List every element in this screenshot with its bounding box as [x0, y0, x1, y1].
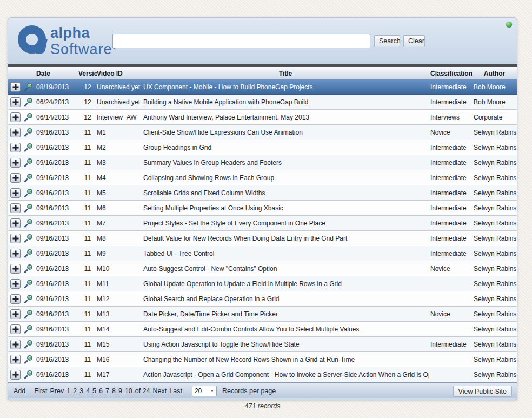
table-row[interactable]: 09/16/201311M16Changing the Number of Ne… [8, 352, 517, 367]
column-header-classification[interactable]: Classification [429, 70, 472, 77]
table-row[interactable]: 06/14/201312Interview_AWAnthony Ward Int… [8, 110, 517, 125]
table-row[interactable]: 08/19/201312Unarchived yetUX Component -… [8, 79, 517, 95]
zoom-record-icon[interactable] [24, 158, 33, 167]
zoom-record-icon[interactable] [24, 143, 33, 152]
row-title: Scrollable Grids and Fixed Column Widths [142, 189, 429, 197]
zoom-record-icon[interactable] [24, 174, 33, 182]
logo-line1: alpha [50, 26, 117, 40]
column-header-video-id[interactable]: Video ID [97, 70, 142, 77]
expand-row-button[interactable] [10, 82, 21, 92]
table-row[interactable]: 09/16/201311M5Scrollable Grids and Fixed… [8, 185, 517, 201]
table-row[interactable]: 06/24/201312Unarchived yetBuilding a Nat… [8, 95, 517, 110]
zoom-record-icon[interactable] [24, 370, 33, 379]
expand-row-button[interactable] [10, 158, 21, 168]
expand-row-button[interactable] [10, 279, 21, 289]
page-link[interactable]: 6 [99, 387, 103, 395]
page-link[interactable]: 10 [125, 387, 132, 395]
page-link[interactable]: 8 [112, 387, 116, 395]
row-date: 06/24/2013 [35, 98, 78, 106]
expand-row-button[interactable] [10, 234, 21, 243]
row-version: 11 [78, 129, 97, 136]
expand-row-button[interactable] [10, 128, 21, 137]
page-link[interactable]: 4 [86, 387, 90, 395]
add-record-link[interactable]: Add [14, 387, 25, 395]
table-row[interactable]: 09/16/201311M14Auto-Suggest and Edit-Com… [8, 322, 517, 337]
pagination-next[interactable]: Next [153, 387, 167, 395]
table-row[interactable]: 09/16/201311M8Default Value for New Reco… [8, 231, 517, 246]
expand-row-button[interactable] [10, 264, 21, 274]
zoom-record-icon[interactable] [24, 264, 33, 273]
table-row[interactable]: 09/16/201311M13Date Picker, Date/Time Pi… [8, 307, 517, 322]
row-title: Changing the Number of New Record Rows S… [142, 356, 429, 363]
table-row[interactable]: 09/16/201311M15Using Action Javascript t… [8, 337, 517, 352]
zoom-record-icon[interactable] [24, 204, 33, 213]
column-header-version[interactable]: Version [78, 70, 97, 77]
column-header-title[interactable]: Title [142, 70, 429, 77]
zoom-record-icon[interactable] [24, 280, 33, 288]
zoom-record-icon[interactable] [24, 128, 33, 137]
table-row[interactable]: 09/16/201311M17Action Javascript - Open … [8, 367, 517, 382]
page-link[interactable]: 7 [105, 387, 109, 395]
table-row[interactable]: 09/16/201311M2Group Headings in GridInte… [8, 140, 517, 155]
zoom-record-icon[interactable] [24, 310, 33, 319]
column-header-author[interactable]: Author [472, 70, 517, 77]
zoom-record-icon[interactable] [24, 234, 33, 243]
row-classification: Intermediate [429, 159, 472, 167]
page-size-select[interactable]: 20 ▼ [192, 386, 217, 396]
pagination-last[interactable]: Last [169, 387, 182, 395]
expand-row-button[interactable] [10, 294, 21, 304]
table-row[interactable]: 09/16/201311M9Tabbed UI - Tree ControlIn… [8, 246, 517, 261]
expand-row-button[interactable] [10, 188, 21, 198]
row-title: Client-Side Show/Hide Expressions Can Us… [142, 129, 429, 136]
search-input[interactable] [112, 34, 370, 48]
zoom-record-icon[interactable] [24, 219, 33, 228]
zoom-record-icon[interactable] [24, 98, 33, 107]
table-row[interactable]: 09/16/201311M6Setting Multiple Propertie… [8, 201, 517, 216]
page-link[interactable]: 5 [92, 387, 96, 395]
expand-row-button[interactable] [10, 173, 21, 183]
expand-row-button[interactable] [10, 370, 21, 380]
table-row[interactable]: 09/16/201311M10Auto-Suggest Control - Ne… [8, 261, 517, 276]
row-author: Selwyn Rabins [472, 144, 517, 151]
table-row[interactable]: 09/16/201311M7Project Styles - Set the S… [8, 216, 517, 231]
expand-row-button[interactable] [10, 112, 21, 122]
row-version: 11 [78, 174, 97, 182]
column-header-date[interactable]: Date [35, 70, 78, 77]
table-row[interactable]: 09/16/201311M4Collapsing and Showing Row… [8, 170, 517, 185]
table-row[interactable]: 09/16/201311M11Global Update Operation t… [8, 276, 517, 291]
zoom-record-icon[interactable] [24, 83, 33, 91]
zoom-record-icon[interactable] [24, 325, 33, 334]
zoom-record-icon[interactable] [24, 113, 33, 122]
table-row[interactable]: 09/16/201311M1Client-Side Show/Hide Expr… [8, 125, 517, 140]
zoom-record-icon[interactable] [24, 355, 33, 364]
expand-row-button[interactable] [10, 340, 21, 349]
row-classification: Intermediate [429, 98, 472, 106]
row-version: 12 [78, 98, 97, 106]
page-link[interactable]: 2 [73, 387, 77, 395]
table-row[interactable]: 09/16/201311M3Summary Values in Group He… [8, 155, 517, 170]
expand-row-button[interactable] [10, 203, 21, 213]
search-button[interactable]: Search [374, 35, 400, 47]
expand-row-button[interactable] [10, 309, 21, 319]
expand-row-button[interactable] [10, 355, 21, 364]
expand-row-button[interactable] [10, 97, 21, 107]
expand-row-button[interactable] [10, 249, 21, 258]
zoom-record-icon[interactable] [24, 340, 33, 349]
view-public-site-button[interactable]: View Public Site [453, 386, 512, 397]
row-date: 09/16/2013 [35, 144, 78, 151]
pagination-prev[interactable]: Prev [50, 387, 64, 395]
table-row[interactable]: 09/16/201311M12Global Search and Replace… [8, 291, 517, 307]
zoom-record-icon[interactable] [24, 249, 33, 258]
page-link[interactable]: 9 [118, 387, 122, 395]
row-author: Selwyn Rabins [472, 280, 517, 288]
clear-button[interactable]: Clear [403, 35, 425, 47]
zoom-record-icon[interactable] [24, 189, 33, 197]
pagination-first[interactable]: First [34, 387, 47, 395]
zoom-record-icon[interactable] [24, 295, 33, 303]
page-link[interactable]: 3 [79, 387, 83, 395]
expand-row-button[interactable] [10, 143, 21, 152]
row-author: Selwyn Rabins [472, 174, 517, 182]
expand-row-button[interactable] [10, 324, 21, 334]
record-count: 471 records [8, 402, 517, 410]
expand-row-button[interactable] [10, 218, 21, 228]
